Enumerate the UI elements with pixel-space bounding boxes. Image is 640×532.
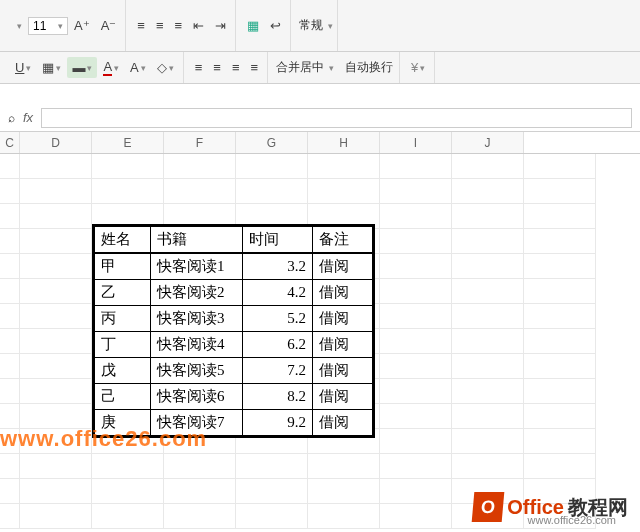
highlight-button[interactable]: A▾ (125, 57, 151, 78)
grid-cell[interactable] (164, 179, 236, 204)
font-family-dropdown[interactable]: ▾ (10, 18, 27, 34)
font-size-input[interactable]: 11 ▾ (28, 17, 68, 35)
grid-cell[interactable] (380, 179, 452, 204)
grid-cell[interactable] (524, 279, 596, 304)
col-header[interactable]: J (452, 132, 524, 153)
grid-cell[interactable] (452, 304, 524, 329)
cell-name[interactable]: 丁 (95, 332, 151, 358)
grid-cell[interactable] (380, 329, 452, 354)
grid-cell[interactable] (380, 229, 452, 254)
grid-cell[interactable] (452, 404, 524, 429)
col-header[interactable]: E (92, 132, 164, 153)
grid-cell[interactable] (524, 379, 596, 404)
grid-cell[interactable] (308, 179, 380, 204)
merge-icon[interactable]: ▦ (242, 15, 264, 36)
grid-cell[interactable] (380, 204, 452, 229)
cell-book[interactable]: 快客阅读6 (151, 384, 243, 410)
col-header[interactable]: H (308, 132, 380, 153)
col-header[interactable]: G (236, 132, 308, 153)
decrease-indent-button[interactable]: ⇤ (188, 15, 209, 36)
grid-cell[interactable] (236, 454, 308, 479)
grid-cell[interactable] (380, 254, 452, 279)
grid-cell[interactable] (92, 179, 164, 204)
header-name[interactable]: 姓名 (95, 227, 151, 254)
grid-cell[interactable] (20, 179, 92, 204)
cell-note[interactable]: 借阅 (313, 358, 373, 384)
grid-cell[interactable] (524, 179, 596, 204)
grid-cell[interactable] (236, 504, 308, 529)
grid-cell[interactable] (452, 279, 524, 304)
grid-cell[interactable] (236, 154, 308, 179)
grid-cell[interactable] (92, 479, 164, 504)
underline-button[interactable]: U▾ (10, 57, 36, 78)
grid-cell[interactable] (308, 154, 380, 179)
cell-name[interactable]: 丙 (95, 306, 151, 332)
increase-indent-button[interactable]: ⇥ (210, 15, 231, 36)
cell-note[interactable]: 借阅 (313, 410, 373, 436)
grid-cell[interactable] (524, 429, 596, 454)
header-time[interactable]: 时间 (243, 227, 313, 254)
cell-note[interactable]: 借阅 (313, 384, 373, 410)
align-middle-button[interactable]: ≡ (151, 15, 169, 36)
cell-name[interactable]: 戊 (95, 358, 151, 384)
grid-cell[interactable] (524, 229, 596, 254)
fx-label[interactable]: fx (23, 110, 33, 125)
header-note[interactable]: 备注 (313, 227, 373, 254)
grid-cell[interactable] (524, 204, 596, 229)
cell-note[interactable]: 借阅 (313, 253, 373, 280)
cell-name[interactable]: 甲 (95, 253, 151, 280)
grid-cell[interactable] (380, 379, 452, 404)
cell-note[interactable]: 借阅 (313, 280, 373, 306)
grid-cell[interactable] (308, 454, 380, 479)
grid-cell[interactable] (20, 479, 92, 504)
grid-cell[interactable] (20, 504, 92, 529)
col-header[interactable]: C (0, 132, 20, 153)
cell-time[interactable]: 9.2 (243, 410, 313, 436)
grid-cell[interactable] (92, 454, 164, 479)
currency-button[interactable]: ¥▾ (406, 57, 430, 78)
grid-cell[interactable] (524, 404, 596, 429)
grid-cell[interactable] (20, 229, 92, 254)
align-right-button[interactable]: ≡ (227, 57, 245, 78)
align-left-button[interactable]: ≡ (190, 57, 208, 78)
grid-cell[interactable] (524, 354, 596, 379)
grid-cell[interactable] (236, 479, 308, 504)
grid-cell[interactable] (380, 429, 452, 454)
align-bottom-button[interactable]: ≡ (170, 15, 188, 36)
grid-cell[interactable] (20, 279, 92, 304)
col-header[interactable]: D (20, 132, 92, 153)
merge-center-label[interactable]: 合并居中 (274, 59, 326, 76)
grid-cell[interactable] (524, 254, 596, 279)
header-book[interactable]: 书籍 (151, 227, 243, 254)
cell-time[interactable]: 8.2 (243, 384, 313, 410)
fill-color-button[interactable]: ▬▾ (67, 57, 97, 78)
grid-cell[interactable] (452, 254, 524, 279)
grid-cell[interactable] (92, 504, 164, 529)
grid-cell[interactable] (380, 279, 452, 304)
grid-cell[interactable] (308, 479, 380, 504)
cell-book[interactable]: 快客阅读5 (151, 358, 243, 384)
border-button[interactable]: ▦▾ (37, 57, 66, 78)
grid-cell[interactable] (20, 154, 92, 179)
grid-cell[interactable] (236, 179, 308, 204)
wrap-text-label[interactable]: 自动换行 (343, 59, 395, 76)
grid-cell[interactable] (20, 329, 92, 354)
grid-cell[interactable] (20, 304, 92, 329)
cell-book[interactable]: 快客阅读2 (151, 280, 243, 306)
grid-cell[interactable] (164, 154, 236, 179)
search-icon[interactable]: ⌕ (8, 111, 15, 125)
grid-cell[interactable] (452, 329, 524, 354)
col-header[interactable]: F (164, 132, 236, 153)
formula-input[interactable] (41, 108, 632, 128)
grid-cell[interactable] (524, 154, 596, 179)
grid-cell[interactable] (380, 479, 452, 504)
cell-name[interactable]: 乙 (95, 280, 151, 306)
cell-book[interactable]: 快客阅读4 (151, 332, 243, 358)
cell-book[interactable]: 快客阅读1 (151, 253, 243, 280)
grid-cell[interactable] (20, 454, 92, 479)
grid-cell[interactable] (380, 354, 452, 379)
cell-time[interactable]: 6.2 (243, 332, 313, 358)
grid-cell[interactable] (452, 154, 524, 179)
align-top-button[interactable]: ≡ (132, 15, 150, 36)
cell-note[interactable]: 借阅 (313, 332, 373, 358)
